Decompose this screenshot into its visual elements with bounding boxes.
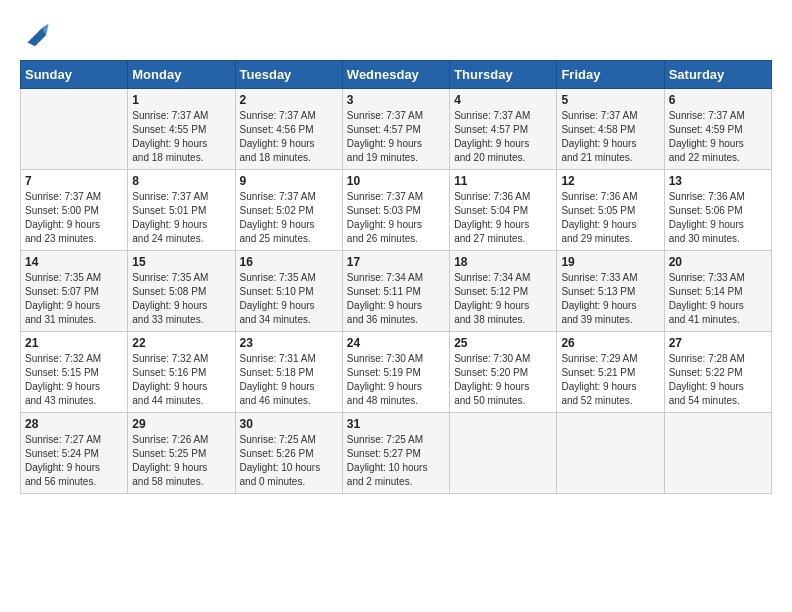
weekday-header-wednesday: Wednesday [342,61,449,89]
day-number: 10 [347,174,445,188]
calendar-cell: 22Sunrise: 7:32 AM Sunset: 5:16 PM Dayli… [128,332,235,413]
calendar-cell: 10Sunrise: 7:37 AM Sunset: 5:03 PM Dayli… [342,170,449,251]
day-number: 7 [25,174,123,188]
day-details: Sunrise: 7:37 AM Sunset: 4:57 PM Dayligh… [454,109,552,165]
calendar-week-row: 1Sunrise: 7:37 AM Sunset: 4:55 PM Daylig… [21,89,772,170]
weekday-header-tuesday: Tuesday [235,61,342,89]
day-details: Sunrise: 7:34 AM Sunset: 5:11 PM Dayligh… [347,271,445,327]
day-details: Sunrise: 7:36 AM Sunset: 5:05 PM Dayligh… [561,190,659,246]
day-number: 23 [240,336,338,350]
day-number: 18 [454,255,552,269]
day-details: Sunrise: 7:36 AM Sunset: 5:04 PM Dayligh… [454,190,552,246]
day-details: Sunrise: 7:30 AM Sunset: 5:19 PM Dayligh… [347,352,445,408]
day-number: 6 [669,93,767,107]
day-details: Sunrise: 7:37 AM Sunset: 5:02 PM Dayligh… [240,190,338,246]
calendar-cell: 30Sunrise: 7:25 AM Sunset: 5:26 PM Dayli… [235,413,342,494]
calendar-cell: 1Sunrise: 7:37 AM Sunset: 4:55 PM Daylig… [128,89,235,170]
day-number: 20 [669,255,767,269]
calendar-header: SundayMondayTuesdayWednesdayThursdayFrid… [21,61,772,89]
day-number: 8 [132,174,230,188]
calendar-cell [21,89,128,170]
calendar-cell: 8Sunrise: 7:37 AM Sunset: 5:01 PM Daylig… [128,170,235,251]
calendar-cell: 18Sunrise: 7:34 AM Sunset: 5:12 PM Dayli… [450,251,557,332]
calendar-cell: 17Sunrise: 7:34 AM Sunset: 5:11 PM Dayli… [342,251,449,332]
logo [20,20,54,50]
calendar-cell [664,413,771,494]
day-number: 5 [561,93,659,107]
day-number: 27 [669,336,767,350]
day-number: 16 [240,255,338,269]
calendar-cell: 27Sunrise: 7:28 AM Sunset: 5:22 PM Dayli… [664,332,771,413]
day-number: 3 [347,93,445,107]
day-number: 22 [132,336,230,350]
day-number: 4 [454,93,552,107]
calendar-cell: 13Sunrise: 7:36 AM Sunset: 5:06 PM Dayli… [664,170,771,251]
day-details: Sunrise: 7:27 AM Sunset: 5:24 PM Dayligh… [25,433,123,489]
day-number: 11 [454,174,552,188]
header [20,20,772,50]
day-details: Sunrise: 7:34 AM Sunset: 5:12 PM Dayligh… [454,271,552,327]
weekday-header-thursday: Thursday [450,61,557,89]
calendar-cell: 9Sunrise: 7:37 AM Sunset: 5:02 PM Daylig… [235,170,342,251]
day-details: Sunrise: 7:25 AM Sunset: 5:27 PM Dayligh… [347,433,445,489]
calendar-cell: 12Sunrise: 7:36 AM Sunset: 5:05 PM Dayli… [557,170,664,251]
day-details: Sunrise: 7:32 AM Sunset: 5:16 PM Dayligh… [132,352,230,408]
calendar-week-row: 7Sunrise: 7:37 AM Sunset: 5:00 PM Daylig… [21,170,772,251]
day-number: 21 [25,336,123,350]
day-number: 26 [561,336,659,350]
day-details: Sunrise: 7:30 AM Sunset: 5:20 PM Dayligh… [454,352,552,408]
calendar-table: SundayMondayTuesdayWednesdayThursdayFrid… [20,60,772,494]
day-number: 28 [25,417,123,431]
day-number: 13 [669,174,767,188]
day-number: 12 [561,174,659,188]
day-details: Sunrise: 7:29 AM Sunset: 5:21 PM Dayligh… [561,352,659,408]
weekday-header-saturday: Saturday [664,61,771,89]
weekday-header-row: SundayMondayTuesdayWednesdayThursdayFrid… [21,61,772,89]
day-details: Sunrise: 7:36 AM Sunset: 5:06 PM Dayligh… [669,190,767,246]
weekday-header-monday: Monday [128,61,235,89]
calendar-cell [557,413,664,494]
calendar-cell: 28Sunrise: 7:27 AM Sunset: 5:24 PM Dayli… [21,413,128,494]
calendar-week-row: 28Sunrise: 7:27 AM Sunset: 5:24 PM Dayli… [21,413,772,494]
calendar-cell: 24Sunrise: 7:30 AM Sunset: 5:19 PM Dayli… [342,332,449,413]
day-number: 1 [132,93,230,107]
calendar-cell: 19Sunrise: 7:33 AM Sunset: 5:13 PM Dayli… [557,251,664,332]
calendar-cell: 11Sunrise: 7:36 AM Sunset: 5:04 PM Dayli… [450,170,557,251]
calendar-cell: 21Sunrise: 7:32 AM Sunset: 5:15 PM Dayli… [21,332,128,413]
day-details: Sunrise: 7:33 AM Sunset: 5:14 PM Dayligh… [669,271,767,327]
day-number: 29 [132,417,230,431]
calendar-cell: 5Sunrise: 7:37 AM Sunset: 4:58 PM Daylig… [557,89,664,170]
calendar-cell: 16Sunrise: 7:35 AM Sunset: 5:10 PM Dayli… [235,251,342,332]
calendar-cell: 2Sunrise: 7:37 AM Sunset: 4:56 PM Daylig… [235,89,342,170]
day-details: Sunrise: 7:33 AM Sunset: 5:13 PM Dayligh… [561,271,659,327]
day-number: 14 [25,255,123,269]
calendar-cell: 3Sunrise: 7:37 AM Sunset: 4:57 PM Daylig… [342,89,449,170]
day-number: 25 [454,336,552,350]
day-details: Sunrise: 7:35 AM Sunset: 5:10 PM Dayligh… [240,271,338,327]
day-number: 2 [240,93,338,107]
calendar-cell: 20Sunrise: 7:33 AM Sunset: 5:14 PM Dayli… [664,251,771,332]
calendar-body: 1Sunrise: 7:37 AM Sunset: 4:55 PM Daylig… [21,89,772,494]
day-details: Sunrise: 7:31 AM Sunset: 5:18 PM Dayligh… [240,352,338,408]
day-details: Sunrise: 7:37 AM Sunset: 5:00 PM Dayligh… [25,190,123,246]
weekday-header-sunday: Sunday [21,61,128,89]
day-number: 15 [132,255,230,269]
day-details: Sunrise: 7:37 AM Sunset: 4:55 PM Dayligh… [132,109,230,165]
day-number: 9 [240,174,338,188]
day-details: Sunrise: 7:32 AM Sunset: 5:15 PM Dayligh… [25,352,123,408]
calendar-cell: 25Sunrise: 7:30 AM Sunset: 5:20 PM Dayli… [450,332,557,413]
calendar-cell: 26Sunrise: 7:29 AM Sunset: 5:21 PM Dayli… [557,332,664,413]
day-details: Sunrise: 7:37 AM Sunset: 4:56 PM Dayligh… [240,109,338,165]
logo-icon [20,20,50,50]
day-details: Sunrise: 7:37 AM Sunset: 4:58 PM Dayligh… [561,109,659,165]
calendar-cell: 29Sunrise: 7:26 AM Sunset: 5:25 PM Dayli… [128,413,235,494]
day-details: Sunrise: 7:28 AM Sunset: 5:22 PM Dayligh… [669,352,767,408]
day-number: 19 [561,255,659,269]
calendar-cell: 4Sunrise: 7:37 AM Sunset: 4:57 PM Daylig… [450,89,557,170]
calendar-cell: 15Sunrise: 7:35 AM Sunset: 5:08 PM Dayli… [128,251,235,332]
calendar-cell: 7Sunrise: 7:37 AM Sunset: 5:00 PM Daylig… [21,170,128,251]
weekday-header-friday: Friday [557,61,664,89]
calendar-cell [450,413,557,494]
calendar-cell: 23Sunrise: 7:31 AM Sunset: 5:18 PM Dayli… [235,332,342,413]
calendar-cell: 31Sunrise: 7:25 AM Sunset: 5:27 PM Dayli… [342,413,449,494]
